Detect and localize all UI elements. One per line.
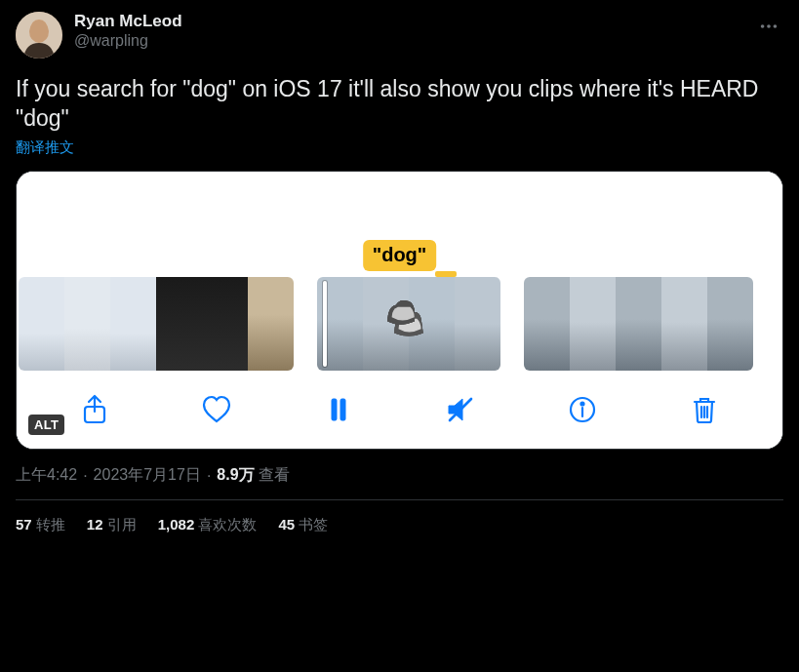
video-thumbnail [317,277,363,371]
views-label: 查看 [259,466,290,483]
alt-badge[interactable]: ALT [28,415,64,435]
clip-group-active[interactable] [317,277,500,371]
quotes-stat[interactable]: 12 引用 [87,516,137,534]
handle: @warpling [74,31,182,51]
svg-rect-22 [332,399,337,420]
video-thumbnail [156,277,202,371]
tweet-header: Ryan McLeod @warpling [16,12,783,59]
video-thumbnail [363,277,409,371]
video-thumbnail [661,277,707,371]
tweet-text: If you search for "dog" on iOS 17 it'll … [16,74,783,133]
svg-point-3 [767,24,771,28]
video-thumbnail [570,277,616,371]
video-thumbnail [110,277,156,371]
svg-point-4 [774,24,778,28]
separator: · [207,467,211,485]
delete-button[interactable] [683,388,726,431]
author-block[interactable]: Ryan McLeod @warpling [74,12,182,51]
translate-link[interactable]: 翻译推文 [16,138,74,157]
video-thumbnail [19,277,64,371]
tweet-container: Ryan McLeod @warpling If you search for … [0,0,799,534]
video-thumbnail [707,277,753,371]
clip-group[interactable] [524,277,753,371]
svg-point-26 [580,403,583,406]
clip-timeline[interactable] [17,277,782,371]
share-button[interactable] [73,388,116,431]
tweet-stats: 57 转推 12 引用 1,082 喜欢次数 45 书签 [16,500,783,534]
tweet-date[interactable]: 2023年7月17日 [94,465,201,486]
more-options-button[interactable] [754,12,783,45]
video-thumbnail [202,277,248,371]
media-attachment[interactable]: "dog" [16,171,783,450]
views-count: 8.9万 [217,466,254,483]
video-thumbnail [248,277,294,371]
likes-stat[interactable]: 1,082 喜欢次数 [158,516,258,534]
mute-button[interactable] [439,388,482,431]
pause-button[interactable] [317,388,360,431]
media-top-area: "dog" [17,172,782,277]
bookmarks-stat[interactable]: 45 书签 [278,516,328,534]
info-button[interactable] [561,388,604,431]
display-name: Ryan McLeod [74,12,182,31]
like-button[interactable] [195,388,238,431]
tweet-meta: 上午4:42 · 2023年7月17日 · 8.9万 查看 [16,465,783,486]
clip-group[interactable] [19,277,294,371]
tweet-time[interactable]: 上午4:42 [16,465,77,486]
video-thumbnail [64,277,110,371]
svg-rect-23 [340,399,345,420]
separator: · [83,467,87,485]
video-thumbnail [616,277,661,371]
video-thumbnail [455,277,500,371]
video-thumbnail [409,277,455,371]
video-thumbnail [524,277,570,371]
avatar[interactable] [16,12,62,59]
retweets-stat[interactable]: 57 转推 [16,516,65,534]
speech-match-badge: "dog" [363,240,437,271]
svg-point-2 [761,24,765,28]
media-toolbar [17,371,782,449]
